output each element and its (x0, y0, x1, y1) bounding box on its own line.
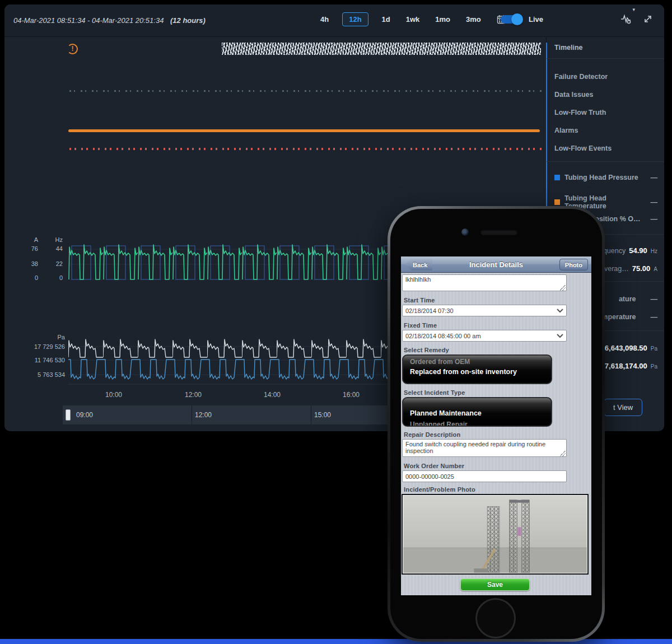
x-axis-tick: 14:00 (260, 391, 284, 399)
sidebar-item-low-flow-events[interactable]: Low-Flow Events (554, 144, 657, 152)
start-time-label: Start Time (404, 297, 435, 304)
collapse-icon[interactable]: — (651, 174, 658, 181)
expand-button[interactable] (643, 14, 653, 24)
photo-button[interactable]: Photo (559, 259, 588, 270)
time-range-button-4h[interactable]: 4h (318, 12, 331, 26)
save-button[interactable]: Save (460, 578, 530, 591)
freq-axis-title: Hz (46, 236, 63, 243)
phone-camera (461, 228, 469, 236)
pressure-axis-tick: 5 763 534 (16, 371, 65, 378)
freq-axis-tick: 22 (46, 260, 63, 267)
divider (547, 58, 664, 59)
live-toggle[interactable] (501, 15, 522, 24)
remedy-option-selected[interactable]: Replaced from on-site inventory (410, 368, 517, 376)
remedy-picker[interactable]: Ordered from OEM Replaced from on-site i… (402, 354, 552, 384)
sidebar-item-low-flow-truth[interactable]: Low-Flow Truth (554, 109, 657, 116)
collapse-icon[interactable]: — (651, 295, 658, 303)
phone-nav-bar: Back Incident Details Photo (401, 256, 591, 273)
trend-icon (620, 18, 633, 26)
timeline-event-band (222, 43, 541, 55)
chevron-down-icon[interactable] (557, 309, 563, 313)
date-range-text: 04-Mar-2021 08:51:34 - 04-Mar-2021 20:51… (13, 16, 164, 25)
series-color-swatch (554, 199, 560, 205)
page: 04-Mar-2021 08:51:34 - 04-Mar-2021 20:51… (0, 0, 672, 644)
range-start-handle[interactable] (66, 409, 71, 421)
scrollbar-tick: 15:00 (314, 405, 331, 424)
time-range-button-12h[interactable]: 12h (342, 12, 368, 26)
scrollbar-tick: 09:00 (76, 405, 93, 424)
notes-textarea[interactable]: lkhlhlhlkh (402, 274, 567, 291)
fixed-time-label: Fixed Time (404, 322, 437, 329)
reading-value: 17,618,174.00 (601, 362, 647, 370)
legend-label: ature (619, 295, 636, 303)
sidebar-item-failure-detector[interactable]: Failure Detector (554, 73, 657, 81)
time-range-group: 4h 12h 1d 1wk 1mo 3mo (318, 12, 506, 26)
incident-type-option-selected[interactable]: Planned Maintenance (410, 409, 482, 417)
amp-axis-title: A (20, 236, 38, 243)
expand-icon (643, 17, 653, 26)
resize-grip-icon[interactable] (560, 285, 566, 291)
x-axis-tick: 10:00 (101, 391, 126, 399)
work-order-input[interactable] (402, 470, 567, 482)
reading-value: 54.90 (629, 246, 647, 255)
incident-type-option[interactable]: Unplanned Repair (410, 421, 468, 427)
view-button[interactable]: t View (604, 399, 642, 416)
series-color-swatch (554, 175, 560, 180)
reading-unit: Hz (651, 248, 657, 254)
sidebar-item-data-issues[interactable]: Data Issues (554, 91, 657, 99)
select-remedy-label: Select Remedy (404, 347, 449, 353)
select-incident-type-label: Select Incident Type (404, 389, 465, 396)
reading-value: 75.00 (632, 264, 651, 273)
sidebar-item-timeline[interactable]: Timeline (554, 44, 657, 52)
amp-axis-tick: 76 (20, 245, 38, 252)
reading-value: 6,643,098.50 (605, 344, 647, 352)
alert-icon: ! (67, 44, 78, 54)
live-label: Live (529, 15, 543, 24)
date-range: 04-Mar-2021 08:51:34 - 04-Mar-2021 20:51… (13, 16, 206, 25)
live-control: Live (501, 15, 543, 24)
divider (547, 161, 664, 162)
collapse-icon[interactable]: — (651, 198, 658, 206)
work-order-label: Work Order Number (404, 463, 464, 469)
time-range-button-1wk[interactable]: 1wk (404, 12, 422, 26)
amp-axis-tick: 38 (20, 260, 38, 267)
phone-mockup: Back Incident Details Photo lkhlhlhlkh S… (388, 206, 605, 642)
time-range-button-1mo[interactable]: 1mo (433, 12, 452, 26)
incident-type-picker[interactable]: Planned Maintenance Unplanned Repair (402, 397, 552, 427)
incident-form: lkhlhlhlkh Start Time Fixed Time Select … (401, 273, 591, 595)
date-range-duration: (12 hours) (170, 16, 206, 25)
offshore-rig-photo (403, 496, 587, 573)
sidebar-item-alarms[interactable]: Alarms (554, 127, 657, 134)
alarms-line (68, 129, 540, 132)
amp-axis-tick: 0 (20, 274, 38, 281)
start-time-input[interactable] (402, 305, 567, 316)
top-bar-icons: ▾ (620, 13, 653, 25)
phone-screen: Back Incident Details Photo lkhlhlhlkh S… (401, 256, 591, 595)
collapse-icon[interactable]: — (651, 313, 658, 321)
fixed-time-input[interactable] (402, 330, 567, 342)
time-range-button-1d[interactable]: 1d (380, 12, 393, 26)
freq-axis-tick: 0 (46, 274, 63, 281)
resize-grip-icon[interactable] (560, 451, 566, 456)
top-bar: 04-Mar-2021 08:51:34 - 04-Mar-2021 20:51… (4, 4, 664, 37)
reading-unit: A (654, 266, 657, 272)
scrollbar-tick: 12:00 (195, 405, 212, 424)
legend-tubing-head-pressure[interactable]: Tubing Head Pressure — (554, 174, 657, 181)
collapse-icon[interactable]: — (651, 215, 658, 223)
reading-unit: Pa (651, 346, 657, 352)
pressure-axis-title: Pa (38, 334, 65, 340)
chevron-down-icon[interactable] (557, 334, 563, 338)
incident-photo[interactable] (402, 494, 589, 575)
repair-description-textarea[interactable]: Found switch coupling needed repair duri… (402, 439, 567, 457)
phone-home-button[interactable] (475, 598, 516, 638)
incident-photo-label: Incident/Problem Photo (404, 486, 475, 493)
phone-speaker (480, 230, 517, 235)
repair-description-label: Repair Description (404, 431, 460, 438)
scrollbar-divider (192, 405, 192, 424)
scrollbar-divider (311, 405, 311, 424)
remedy-option[interactable]: Ordered from OEM (410, 358, 470, 366)
trend-options-button[interactable]: ▾ (620, 13, 633, 25)
time-range-button-3mo[interactable]: 3mo (464, 12, 483, 26)
x-axis-tick: 16:00 (339, 391, 363, 399)
sidebar-accent-line (546, 43, 547, 227)
